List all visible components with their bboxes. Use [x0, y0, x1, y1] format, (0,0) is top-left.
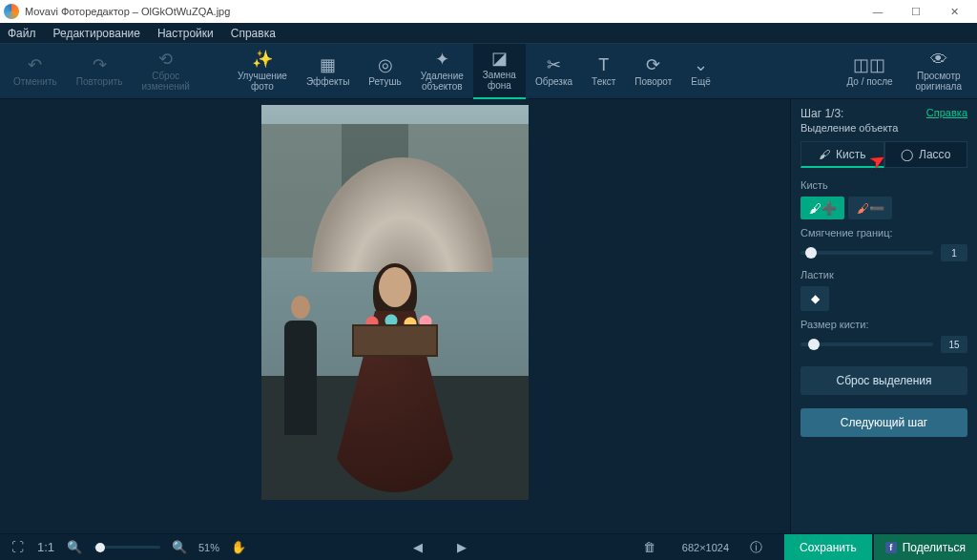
brush-size-slider[interactable]	[800, 342, 933, 346]
menu-settings[interactable]: Настройки	[157, 27, 214, 40]
crop-button[interactable]: ✂Обрезка	[526, 44, 582, 99]
rotate-button[interactable]: ⟳Поворот	[625, 44, 681, 99]
delete-button[interactable]: 🗑	[640, 540, 659, 554]
enhance-button[interactable]: ✨Улучшение фото	[228, 44, 297, 99]
effects-button[interactable]: ▦Эффекты	[297, 44, 359, 99]
brush-icon: 🖌	[819, 148, 830, 161]
view-original-button[interactable]: 👁Просмотр оригинала	[904, 44, 973, 99]
menu-edit[interactable]: Редактирование	[53, 27, 140, 40]
prev-image-button[interactable]: ◀	[408, 540, 427, 554]
info-button[interactable]: ⓘ	[746, 539, 765, 556]
eraser-button[interactable]: ◆	[800, 286, 829, 311]
zoom-slider[interactable]	[94, 546, 160, 549]
change-background-button[interactable]: ◪Замена фона	[473, 44, 526, 99]
reset-button[interactable]: ⟲Сброс изменений	[133, 44, 199, 99]
brush-size-label: Размер кисти:	[800, 319, 967, 330]
save-button[interactable]: Сохранить	[784, 534, 872, 561]
compare-icon: ◫◫	[853, 56, 885, 73]
eye-icon: 👁	[930, 51, 947, 68]
text-icon: T	[598, 56, 609, 73]
soften-slider[interactable]	[800, 251, 933, 255]
window-titlebar: Movavi Фоторедактор – OlGkOtWuZQA.jpg — …	[0, 0, 977, 23]
minimize-button[interactable]: —	[859, 0, 897, 23]
enhance-icon: ✨	[252, 51, 273, 68]
crop-icon: ✂	[547, 56, 561, 73]
fullscreen-button[interactable]: ⛶	[8, 540, 27, 554]
soften-value: 1	[941, 244, 967, 261]
canvas-area	[0, 99, 790, 533]
app-icon	[4, 4, 19, 19]
tab-brush[interactable]: 🖌Кисть	[800, 141, 884, 168]
undo-button[interactable]: ↶Отменить	[4, 44, 67, 99]
redo-button[interactable]: ↷Повторить	[67, 44, 133, 99]
menu-file[interactable]: Файл	[8, 27, 36, 40]
zoom-in-button[interactable]: 🔍	[170, 540, 189, 554]
window-title: Movavi Фоторедактор – OlGkOtWuZQA.jpg	[25, 6, 859, 17]
zoom-value: 51%	[198, 542, 219, 553]
rotate-icon: ⟳	[646, 56, 660, 73]
redo-icon: ↷	[93, 56, 107, 73]
remove-objects-button[interactable]: ✦Удаление объектов	[411, 44, 473, 99]
chevron-down-icon: ⌄	[694, 56, 708, 73]
step-subtitle: Выделение объекта	[800, 122, 967, 134]
lasso-icon: ◯	[901, 148, 913, 161]
help-link[interactable]: Справка	[926, 107, 967, 120]
close-button[interactable]: ✕	[935, 0, 973, 23]
remove-icon: ✦	[435, 51, 449, 68]
next-step-button[interactable]: Следующий шаг	[800, 408, 967, 437]
menu-help[interactable]: Справка	[231, 27, 276, 40]
brush-section-label: Кисть	[800, 179, 967, 191]
fit-button[interactable]: 1:1	[36, 540, 55, 554]
reset-icon: ⟲	[158, 51, 173, 68]
hand-tool-button[interactable]: ✋	[229, 540, 248, 554]
status-bar: ⛶ 1:1 🔍 🔍 51% ✋ ◀ ▶ 🗑 682×1024 ⓘ Сохрани…	[0, 533, 977, 560]
brush-subtract-button[interactable]: 🖌➖	[848, 197, 892, 219]
next-image-button[interactable]: ▶	[452, 540, 471, 554]
retouch-button[interactable]: ◎Ретушь	[359, 44, 410, 99]
share-button[interactable]: fПоделиться	[874, 534, 977, 561]
step-label: Шаг 1/3:	[800, 107, 843, 120]
text-button[interactable]: TТекст	[582, 44, 625, 99]
maximize-button[interactable]: ☐	[897, 0, 935, 23]
tab-lasso[interactable]: ◯Лассо	[884, 141, 968, 168]
soften-label: Смягчение границ:	[800, 227, 967, 239]
menu-bar: Файл Редактирование Настройки Справка	[0, 23, 977, 44]
retouch-icon: ◎	[378, 56, 393, 73]
undo-icon: ↶	[28, 56, 42, 73]
image-dimensions: 682×1024	[682, 542, 729, 553]
background-icon: ◪	[491, 50, 508, 67]
compare-button[interactable]: ◫◫До / после	[835, 44, 904, 99]
facebook-icon: f	[885, 542, 897, 553]
side-panel: Шаг 1/3: Справка Выделение объекта 🖌Кист…	[790, 99, 977, 533]
effects-icon: ▦	[320, 56, 336, 73]
eraser-label: Ластик	[800, 269, 967, 280]
more-button[interactable]: ⌄Ещё	[681, 44, 719, 99]
zoom-out-button[interactable]: 🔍	[65, 540, 84, 554]
brush-size-value: 15	[941, 336, 967, 353]
reset-selection-button[interactable]: Сброс выделения	[800, 366, 967, 395]
image-canvas[interactable]	[261, 105, 529, 500]
main-toolbar: ↶Отменить ↷Повторить ⟲Сброс изменений ✨У…	[0, 44, 977, 99]
brush-add-button[interactable]: 🖌➕	[800, 197, 844, 219]
